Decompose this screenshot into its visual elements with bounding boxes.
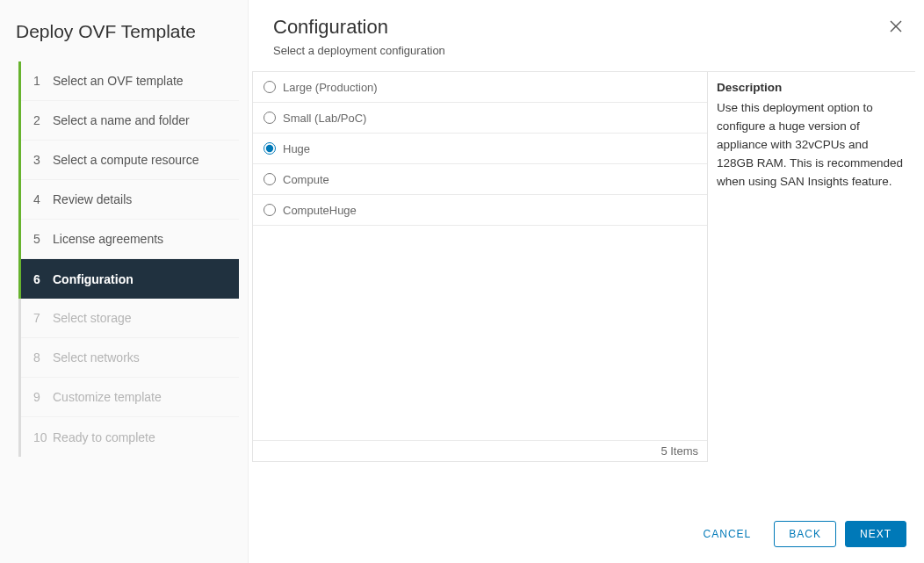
wizard-step-label: Configuration (53, 272, 134, 286)
options-count-footer: 5 Items (253, 440, 707, 461)
config-radio-large[interactable] (263, 81, 276, 93)
config-option-compute[interactable]: Compute (253, 164, 707, 195)
options-spacer (253, 226, 707, 440)
config-option-label: Large (Production) (283, 81, 378, 94)
wizard-step-9: 9 Customize template (21, 378, 239, 417)
configuration-area: Large (Production) Small (Lab/PoC) Huge … (252, 71, 915, 563)
configuration-options-list: Large (Production) Small (Lab/PoC) Huge … (252, 72, 708, 462)
wizard-step-10: 10 Ready to complete (21, 417, 239, 457)
wizard-footer: CANCEL BACK NEXT (497, 509, 924, 563)
config-radio-computehuge[interactable] (263, 204, 276, 216)
wizard-step-label: Ready to complete (53, 430, 155, 444)
wizard-step-label: Select a name and folder (53, 113, 190, 127)
config-option-label: Small (Lab/PoC) (283, 112, 366, 125)
wizard-step-label: Select networks (53, 350, 140, 365)
configuration-description-panel: Description Use this deployment option t… (711, 72, 915, 563)
cancel-button[interactable]: CANCEL (689, 521, 766, 547)
dialog-root: Deploy OVF Template 1 Select an OVF temp… (0, 0, 924, 563)
wizard-step-num: 5 (33, 232, 53, 246)
wizard-step-num: 3 (33, 153, 53, 167)
description-title: Description (717, 79, 908, 97)
back-button[interactable]: BACK (774, 521, 836, 547)
wizard-step-num: 9 (33, 390, 53, 404)
wizard-step-label: Customize template (53, 390, 162, 404)
wizard-step-1[interactable]: 1 Select an OVF template (21, 61, 239, 101)
config-option-label: ComputeHuge (283, 204, 357, 217)
config-radio-small[interactable] (263, 112, 276, 124)
wizard-steps-completed-group: 1 Select an OVF template 2 Select a name… (18, 61, 239, 299)
wizard-step-2[interactable]: 2 Select a name and folder (21, 101, 239, 141)
wizard-step-7: 7 Select storage (21, 299, 239, 338)
wizard-steps-future-group: 7 Select storage 8 Select networks 9 Cus… (18, 299, 239, 457)
config-option-label: Huge (283, 142, 310, 155)
wizard-step-num: 2 (33, 113, 53, 127)
wizard-main: Configuration Select a deployment config… (249, 0, 924, 563)
wizard-step-num: 7 (33, 311, 53, 325)
wizard-step-num: 4 (33, 192, 53, 206)
wizard-steps: 1 Select an OVF template 2 Select a name… (16, 61, 239, 457)
wizard-step-4[interactable]: 4 Review details (21, 180, 239, 220)
close-icon[interactable] (889, 19, 905, 35)
wizard-step-num: 10 (33, 430, 53, 444)
dialog-title: Deploy OVF Template (0, 16, 248, 61)
description-body: Use this deployment option to configure … (717, 99, 908, 191)
config-option-huge[interactable]: Huge (253, 134, 707, 164)
wizard-step-num: 8 (33, 350, 53, 365)
wizard-step-6[interactable]: 6 Configuration (21, 259, 239, 299)
wizard-sidebar: Deploy OVF Template 1 Select an OVF temp… (0, 0, 249, 563)
page-title: Configuration (273, 16, 899, 39)
wizard-step-num: 1 (33, 74, 53, 88)
config-option-large[interactable]: Large (Production) (253, 72, 707, 103)
config-radio-compute[interactable] (263, 173, 276, 185)
config-option-label: Compute (283, 173, 329, 186)
wizard-step-5[interactable]: 5 License agreements (21, 220, 239, 259)
wizard-step-label: Review details (53, 192, 132, 206)
wizard-step-label: Select a compute resource (53, 153, 199, 167)
config-option-computehuge[interactable]: ComputeHuge (253, 195, 707, 226)
page-header: Configuration Select a deployment config… (249, 16, 924, 71)
wizard-step-num: 6 (33, 272, 53, 286)
page-subtitle: Select a deployment configuration (273, 44, 899, 57)
wizard-step-3[interactable]: 3 Select a compute resource (21, 141, 239, 180)
config-radio-huge[interactable] (263, 142, 276, 155)
wizard-step-label: Select an OVF template (53, 74, 184, 88)
wizard-step-8: 8 Select networks (21, 338, 239, 378)
next-button[interactable]: NEXT (845, 521, 906, 547)
wizard-step-label: Select storage (53, 311, 132, 325)
wizard-step-label: License agreements (53, 232, 163, 246)
config-option-small[interactable]: Small (Lab/PoC) (253, 103, 707, 134)
